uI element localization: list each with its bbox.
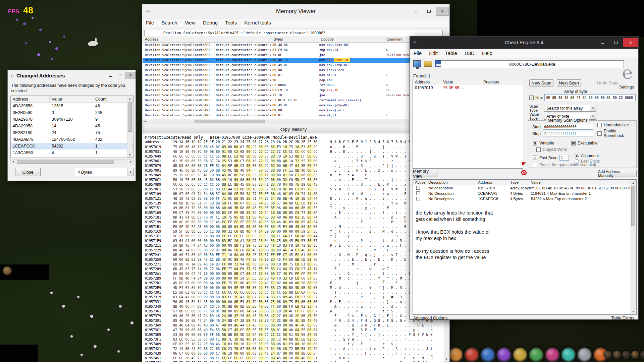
hex-byte[interactable]: 29	[301, 183, 307, 186]
hex-byte[interactable]: CC	[210, 155, 216, 158]
hex-byte[interactable]: 01	[246, 216, 252, 219]
hex-byte[interactable]: 75	[198, 356, 204, 360]
hex-byte[interactable]: CC	[173, 155, 179, 158]
hex-row[interactable]: 019570C1 F810750E8B450C8B49108908B0015DC…	[142, 178, 444, 183]
hex-byte[interactable]: FF	[289, 234, 295, 238]
note-line[interactable]: i know that ECX holds the value of	[416, 229, 628, 235]
hex-byte[interactable]: 08	[240, 150, 246, 154]
hex-byte[interactable]: FF	[204, 309, 210, 313]
hex-byte[interactable]: 45	[222, 169, 228, 172]
hex-byte[interactable]: 8B	[240, 216, 246, 219]
hex-byte[interactable]: 10	[289, 159, 295, 163]
hex-byte[interactable]: FF	[301, 309, 307, 313]
hex-byte[interactable]: 37	[252, 267, 258, 271]
hex-byte[interactable]: CC	[283, 150, 289, 154]
pause-game-checkbox[interactable]	[533, 163, 537, 167]
hex-byte[interactable]: 64	[179, 295, 185, 299]
hex-byte[interactable]: CC	[185, 155, 191, 158]
hex-byte[interactable]: 10	[234, 338, 240, 341]
hex-byte[interactable]: 00	[192, 295, 198, 299]
hex-byte[interactable]: 00	[198, 239, 204, 243]
hex-byte[interactable]: 95	[307, 244, 313, 247]
game-menu-icon[interactable]	[622, 351, 630, 359]
settings-button[interactable]: Settings	[618, 85, 636, 89]
hex-byte[interactable]: A1	[240, 239, 246, 243]
hex-byte[interactable]: EC	[259, 244, 265, 247]
hex-byte[interactable]: 8B	[313, 338, 319, 341]
hex-byte[interactable]: 8B	[216, 178, 222, 182]
hex-byte[interactable]: CC	[234, 291, 240, 294]
hex-byte[interactable]: 0C	[265, 169, 271, 172]
hex-byte[interactable]: F8	[198, 248, 204, 252]
hex-byte[interactable]: 00	[234, 352, 240, 355]
hex-byte[interactable]: 00	[216, 281, 222, 285]
hex-byte[interactable]: 46	[277, 192, 283, 196]
hex-byte[interactable]: 77	[228, 267, 234, 271]
hex-byte[interactable]: 89	[192, 286, 198, 290]
hex-byte[interactable]: 56	[301, 333, 307, 337]
hex-byte[interactable]: 06	[283, 216, 289, 219]
hex-byte[interactable]: CB	[277, 262, 283, 266]
hex-byte[interactable]: 8D	[259, 347, 265, 351]
hex-byte[interactable]: 45	[246, 281, 252, 285]
hex-byte[interactable]: 72	[234, 262, 240, 266]
hex-byte[interactable]: 5D	[204, 230, 210, 233]
hex-byte[interactable]: 48	[313, 183, 319, 186]
hex-byte[interactable]: 95	[252, 342, 258, 346]
hex-byte[interactable]: 07	[240, 347, 246, 351]
hex-byte[interactable]: D7	[198, 216, 204, 219]
hex-byte[interactable]: 00	[204, 286, 210, 290]
hex-row[interactable]: 019570D9 CCCCCCCCCCCCCC558BEC8B4508568BF…	[142, 183, 444, 187]
hex-byte[interactable]: C7	[307, 277, 313, 280]
hex-byte[interactable]: E5	[234, 333, 240, 337]
hex-byte[interactable]: 10	[271, 211, 277, 215]
hex-byte[interactable]: 48	[277, 216, 283, 219]
hex-byte[interactable]: 8B	[210, 338, 216, 341]
column-previous[interactable]: Previous	[481, 79, 523, 85]
hex-byte[interactable]: F4	[192, 300, 198, 304]
hex-byte[interactable]: A1	[185, 295, 191, 299]
hex-row[interactable]: 01957271 E88B7B14894DE483FF0872048B0BEB0…	[142, 262, 444, 267]
hex-byte[interactable]: 74	[313, 197, 319, 200]
hex-byte[interactable]: 45	[289, 295, 295, 299]
hex-byte[interactable]: 8B	[283, 197, 289, 200]
hex-byte[interactable]: 8B	[301, 319, 307, 322]
scroll-down-icon[interactable]: ▼	[631, 309, 636, 314]
hex-row[interactable]: 019573C1 A77690008B4DE45350C745FCFFFFFFF…	[142, 328, 444, 333]
hex-byte[interactable]: 8B	[289, 323, 295, 327]
hex-byte[interactable]: 68	[246, 356, 252, 360]
hex-byte[interactable]: 08	[210, 361, 216, 362]
note-line[interactable]: gets called when i kill something	[416, 216, 628, 223]
hex-byte[interactable]: 08	[307, 178, 313, 182]
hex-byte[interactable]: C9	[295, 211, 301, 215]
hex-byte[interactable]: 5F	[210, 333, 216, 337]
hex-byte[interactable]: 85	[234, 309, 240, 313]
hex-byte[interactable]: 89	[192, 323, 198, 327]
hex-byte[interactable]: 00	[265, 145, 271, 149]
stop-input[interactable]: 7fffffffffffffff	[543, 131, 593, 136]
hex-byte[interactable]: F4	[192, 244, 198, 247]
hex-byte[interactable]: 38	[185, 356, 191, 360]
hex-byte[interactable]: 00	[313, 178, 319, 182]
hex-byte[interactable]: 40	[259, 305, 265, 308]
hex-byte[interactable]: A3	[204, 300, 210, 304]
hex-byte[interactable]: 00	[313, 159, 319, 163]
hex-byte[interactable]: 23	[259, 295, 265, 299]
column-address[interactable]: Address	[11, 96, 50, 103]
hex-byte[interactable]: 01	[252, 178, 258, 182]
hex-byte[interactable]: EC	[228, 239, 234, 243]
hex-byte[interactable]: 00	[283, 323, 289, 327]
hex-byte[interactable]: 7D	[277, 155, 283, 158]
select-process-icon[interactable]	[413, 60, 421, 67]
scroll-up-icon[interactable]: ▲	[631, 180, 636, 185]
hex-byte[interactable]: 07	[179, 192, 185, 196]
scrollbar-thumb[interactable]	[195, 120, 265, 123]
hex-byte[interactable]: A1	[185, 239, 191, 243]
hex-byte[interactable]: 89	[283, 314, 289, 318]
active-checkbox[interactable]	[416, 191, 420, 195]
hex-byte[interactable]: 33	[271, 286, 277, 290]
hex-byte[interactable]: CC	[240, 291, 246, 294]
hex-byte[interactable]: 00	[265, 356, 271, 360]
hex-byte[interactable]: 8B	[271, 201, 277, 205]
hex-byte[interactable]: 40	[179, 323, 185, 327]
